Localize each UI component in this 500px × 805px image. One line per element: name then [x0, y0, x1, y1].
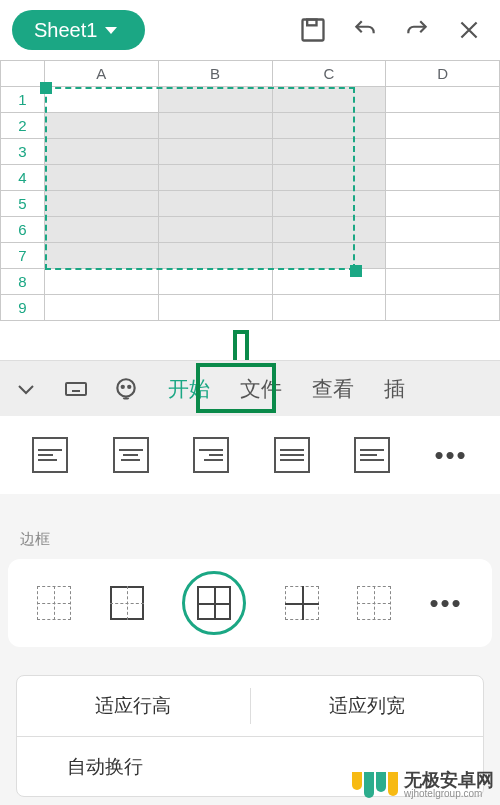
assistant-icon[interactable] [106, 369, 146, 409]
tab-insert-partial[interactable]: 插 [384, 375, 405, 403]
cell[interactable] [386, 139, 500, 165]
row-head[interactable]: 3 [1, 139, 45, 165]
cell[interactable] [272, 295, 386, 321]
more-border-button[interactable]: ••• [429, 588, 462, 619]
ribbon-tabs: 开始 文件 查看 插 [0, 360, 500, 416]
col-head-c[interactable]: C [272, 61, 386, 87]
selection-handle-tl[interactable] [40, 82, 52, 94]
cell[interactable] [386, 87, 500, 113]
cell[interactable] [272, 243, 386, 269]
select-all-corner[interactable] [1, 61, 45, 87]
row-head[interactable]: 7 [1, 243, 45, 269]
cell[interactable] [272, 217, 386, 243]
chevron-down-icon [105, 27, 117, 34]
cell[interactable] [386, 295, 500, 321]
cell[interactable] [45, 139, 159, 165]
cell[interactable] [386, 269, 500, 295]
spreadsheet[interactable]: A B C D 1 2 3 4 5 6 7 8 9 [0, 60, 500, 360]
border-section-label: 边框 [0, 514, 500, 559]
col-head-a[interactable]: A [45, 61, 159, 87]
cell[interactable] [386, 113, 500, 139]
border-inner-button[interactable] [285, 586, 319, 620]
cell[interactable] [45, 269, 159, 295]
cell[interactable] [158, 269, 272, 295]
tab-start[interactable]: 开始 [168, 375, 210, 403]
row-head[interactable]: 2 [1, 113, 45, 139]
cell[interactable] [45, 165, 159, 191]
cell[interactable] [272, 269, 386, 295]
row-head[interactable]: 9 [1, 295, 45, 321]
top-toolbar: Sheet1 [0, 0, 500, 60]
col-head-b[interactable]: B [158, 61, 272, 87]
cell[interactable] [45, 295, 159, 321]
cell[interactable] [45, 217, 159, 243]
watermark-url: wjhotelgroup.com [404, 789, 494, 799]
svg-rect-0 [303, 20, 324, 41]
border-all-icon [197, 586, 231, 620]
row-head[interactable]: 1 [1, 87, 45, 113]
row-head[interactable]: 5 [1, 191, 45, 217]
cell[interactable] [158, 165, 272, 191]
watermark-title: 无极安卓网 [404, 771, 494, 789]
svg-point-5 [128, 385, 130, 387]
keyboard-icon[interactable] [56, 369, 96, 409]
cell[interactable] [272, 87, 386, 113]
close-icon[interactable] [450, 11, 488, 49]
watermark: 无极安卓网 wjhotelgroup.com [352, 771, 494, 799]
save-icon[interactable] [294, 11, 332, 49]
undo-icon[interactable] [346, 11, 384, 49]
border-row: ••• [8, 559, 492, 647]
cell[interactable] [272, 191, 386, 217]
align-distributed-button[interactable] [354, 437, 390, 473]
cell[interactable] [158, 217, 272, 243]
cell[interactable] [45, 243, 159, 269]
selection-handle-br[interactable] [350, 265, 362, 277]
svg-rect-1 [307, 20, 316, 26]
border-all-selected[interactable] [182, 571, 246, 635]
fit-col-width-button[interactable]: 适应列宽 [251, 693, 484, 719]
cell[interactable] [386, 217, 500, 243]
align-left-button[interactable] [32, 437, 68, 473]
cell[interactable] [45, 113, 159, 139]
cell[interactable] [158, 87, 272, 113]
watermark-logo-icon [352, 772, 398, 798]
cell[interactable] [158, 295, 272, 321]
align-center-button[interactable] [113, 437, 149, 473]
border-outer-button[interactable] [110, 586, 144, 620]
cell[interactable] [45, 87, 159, 113]
cell[interactable] [158, 139, 272, 165]
border-none-button[interactable] [37, 586, 71, 620]
align-right-button[interactable] [193, 437, 229, 473]
tab-file[interactable]: 文件 [240, 375, 282, 403]
row-head[interactable]: 4 [1, 165, 45, 191]
cell[interactable] [272, 165, 386, 191]
border-dashed-button[interactable] [357, 586, 391, 620]
sheet-tab-label: Sheet1 [34, 19, 97, 42]
sheet-tab[interactable]: Sheet1 [12, 10, 145, 50]
svg-point-4 [122, 385, 124, 387]
cell[interactable] [272, 113, 386, 139]
col-head-d[interactable]: D [386, 61, 500, 87]
row-head[interactable]: 8 [1, 269, 45, 295]
cell[interactable] [386, 191, 500, 217]
cell[interactable] [386, 243, 500, 269]
svg-rect-2 [66, 383, 86, 395]
cell[interactable] [386, 165, 500, 191]
cell[interactable] [45, 191, 159, 217]
tab-view[interactable]: 查看 [312, 375, 354, 403]
redo-icon[interactable] [398, 11, 436, 49]
cell[interactable] [158, 113, 272, 139]
align-justify-button[interactable] [274, 437, 310, 473]
alignment-row: ••• [0, 416, 500, 494]
cell[interactable] [158, 191, 272, 217]
cell[interactable] [272, 139, 386, 165]
svg-point-3 [117, 379, 134, 396]
collapse-icon[interactable] [6, 369, 46, 409]
fit-row-height-button[interactable]: 适应行高 [17, 693, 250, 719]
more-align-button[interactable]: ••• [434, 440, 467, 471]
cell[interactable] [158, 243, 272, 269]
row-head[interactable]: 6 [1, 217, 45, 243]
